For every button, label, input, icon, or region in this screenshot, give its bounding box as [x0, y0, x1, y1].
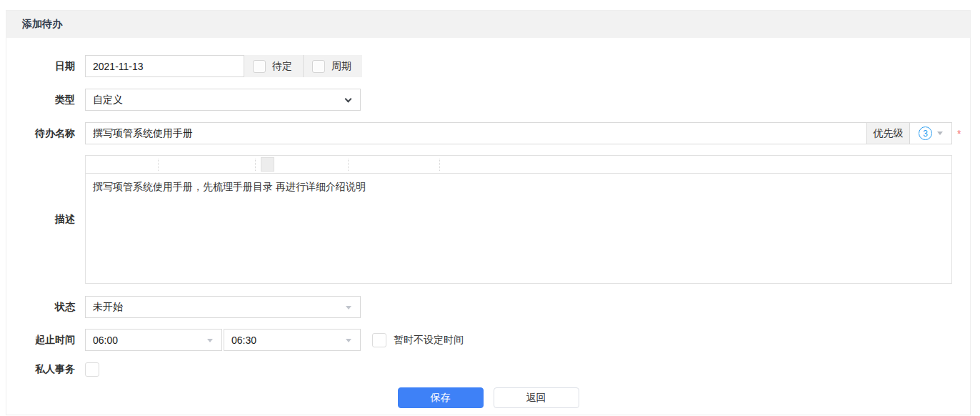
priority-value-badge: 3: [919, 127, 932, 140]
no-time-checkbox-label: 暂时不设定时间: [394, 334, 464, 347]
type-row: 类型 自定义: [6, 89, 970, 111]
status-label: 状态: [6, 301, 75, 314]
add-todo-panel: 添加待办 日期 待定 周期 类型 自定义: [6, 10, 971, 415]
time-row: 起止时间 06:00 06:30 暂时不设定时间: [6, 329, 970, 351]
panel-header: 添加待办: [6, 11, 970, 38]
tbd-checkbox-label: 待定: [272, 60, 292, 73]
type-select[interactable]: 自定义: [85, 89, 361, 111]
date-option-group: 待定 周期: [244, 55, 362, 77]
date-row: 日期 待定 周期: [6, 55, 970, 77]
back-button[interactable]: 返回: [494, 387, 579, 408]
status-select[interactable]: 未开始: [85, 296, 361, 318]
description-textarea[interactable]: 撰写项管系统使用手册，先梳理手册目录 再进行详细介绍说明: [85, 174, 952, 284]
editor-toolbar: [85, 155, 952, 174]
status-select-value: 未开始: [93, 301, 123, 314]
page-title: 添加待办: [22, 18, 62, 31]
todo-name-input[interactable]: [85, 122, 867, 144]
date-option-tbd[interactable]: 待定: [244, 55, 303, 77]
type-select-value: 自定义: [93, 94, 123, 107]
start-time-select[interactable]: 06:00: [85, 329, 222, 351]
save-button[interactable]: 保存: [398, 387, 484, 408]
cycle-checkbox[interactable]: [312, 60, 325, 73]
end-time-select[interactable]: 06:30: [224, 329, 361, 351]
caret-down-icon: [207, 339, 213, 342]
toolbar-button[interactable]: [261, 157, 274, 172]
date-input[interactable]: [85, 55, 244, 77]
caret-down-icon: [346, 306, 351, 309]
todo-name-label: 待办名称: [6, 127, 75, 140]
add-todo-form: 日期 待定 周期 类型 自定义 待办名称: [6, 38, 970, 408]
toolbar-separator: [348, 159, 349, 171]
todo-name-group: 优先级 3: [85, 122, 952, 144]
description-row: 描述 撰写项管系统使用手册，先梳理手册目录 再进行详细介绍说明: [6, 155, 970, 284]
date-label: 日期: [6, 60, 75, 73]
status-row: 状态 未开始: [6, 296, 970, 318]
actions-row: 保存 返回: [6, 387, 970, 408]
priority-select[interactable]: 3: [909, 122, 952, 144]
tbd-checkbox[interactable]: [253, 60, 266, 73]
rich-text-editor: 撰写项管系统使用手册，先梳理手册目录 再进行详细介绍说明: [85, 155, 952, 284]
caret-down-icon: [937, 132, 943, 135]
required-asterisk: *: [957, 128, 961, 139]
private-row: 私人事务: [6, 362, 970, 377]
chevron-down-icon: [345, 96, 352, 103]
start-time-value: 06:00: [93, 335, 118, 346]
cycle-checkbox-label: 周期: [331, 60, 351, 73]
caret-down-icon: [346, 339, 351, 342]
time-label: 起止时间: [6, 334, 75, 347]
private-label: 私人事务: [6, 363, 75, 376]
end-time-value: 06:30: [231, 335, 256, 346]
priority-label: 优先级: [867, 122, 909, 144]
private-checkbox[interactable]: [85, 362, 99, 377]
todo-name-row: 待办名称 优先级 3 *: [6, 122, 970, 144]
date-option-cycle[interactable]: 周期: [303, 55, 362, 77]
toolbar-separator: [255, 159, 256, 171]
type-label: 类型: [6, 94, 75, 107]
toolbar-separator: [439, 159, 440, 171]
description-label: 描述: [6, 213, 75, 226]
no-time-checkbox[interactable]: [372, 333, 386, 347]
toolbar-separator: [158, 159, 159, 171]
